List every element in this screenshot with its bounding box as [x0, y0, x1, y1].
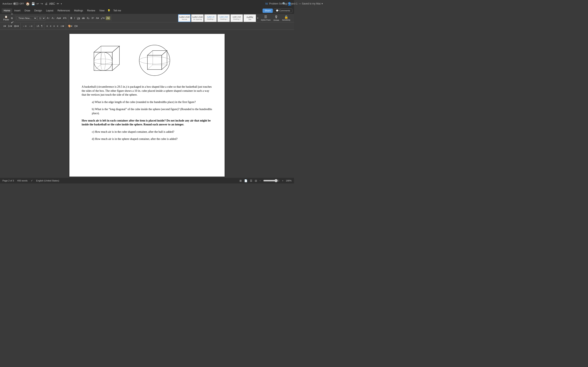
comments-button[interactable]: 💬 Comments	[274, 8, 292, 13]
zoom-out-icon[interactable]: −	[259, 179, 261, 182]
question-d: d) How much air is in the sphere shaped …	[82, 137, 212, 141]
pencil-icon[interactable]: ✏	[57, 2, 59, 5]
increase-font-button[interactable]: A↑	[46, 16, 51, 20]
tab-layout[interactable]: Layout	[44, 8, 55, 13]
copy-icon: ⧉	[11, 17, 13, 20]
tab-review[interactable]: Review	[85, 8, 97, 13]
dropdown-icon[interactable]: ▾	[61, 3, 62, 5]
figure-2-svg	[137, 42, 173, 79]
page-status: Page 2 of 3	[2, 179, 14, 182]
copy-button[interactable]: ⧉	[10, 16, 14, 20]
figures-row	[82, 42, 212, 79]
font-size-select[interactable]: 12	[37, 16, 45, 20]
pilcrow-button[interactable]: ¶	[40, 24, 43, 28]
svg-line-18	[147, 65, 153, 69]
bold-section: How much air is left in each container a…	[82, 119, 212, 127]
zoom-in-icon[interactable]: +	[282, 179, 283, 182]
align-left-button[interactable]: ≡	[45, 24, 49, 28]
zoom-level: 188%	[286, 179, 292, 182]
cut-icon: ✂	[11, 13, 13, 16]
underline-button[interactable]: U▾	[76, 16, 81, 20]
floppy-icon[interactable]: 💾	[31, 2, 35, 5]
tab-tellme[interactable]: Tell me	[111, 8, 123, 13]
view-icon[interactable]: 📄	[244, 179, 247, 182]
dictate-button[interactable]: 🎙 Dictate	[272, 14, 280, 22]
svg-marker-1	[112, 46, 120, 71]
lightbulb-icon: 💡	[107, 9, 111, 12]
sort-group: ↕A ¶	[35, 23, 44, 29]
tab-mailings[interactable]: Mailings	[72, 8, 85, 13]
status-bar: Page 2 of 3 493 words ✓ English (United …	[0, 178, 294, 184]
focus-icon[interactable]: ⊞	[240, 179, 242, 182]
align-center-button[interactable]: ≡	[49, 24, 52, 28]
svg-marker-12	[147, 55, 162, 69]
zoom-slider[interactable]	[263, 179, 279, 182]
style-heading2[interactable]: AaBbCcDdE Heading 2	[217, 14, 230, 22]
styles-more-button[interactable]: ▾	[256, 17, 259, 20]
decrease-font-button[interactable]: A↓	[51, 16, 55, 20]
layout-icon[interactable]: ☰	[250, 179, 252, 182]
question-b: b) What is the “long diagonal” of the cu…	[82, 107, 212, 115]
word-count: 493 words	[17, 179, 27, 182]
style-no-spacing[interactable]: AaBbCcDdE No Spacing	[191, 14, 204, 22]
styles-pane-button[interactable]: ☰ Styles Pane	[259, 14, 272, 22]
style-heading4[interactable]: AaBbCcDdE Heading 4	[230, 14, 243, 22]
number-list-button[interactable]: 1≡▾	[7, 24, 13, 28]
title-bar-left: AutoSave OFF 🏠 💾 ↩ ↪ 🖨 ABC ✏ ▾	[2, 2, 62, 6]
undo-icon[interactable]: ↩	[36, 2, 39, 5]
multilevel-list-button[interactable]: ⊞≡▾	[13, 24, 20, 28]
paste-button[interactable]: 📋 Paste	[2, 15, 10, 21]
sort-button[interactable]: ↕A	[35, 24, 40, 28]
print-icon[interactable]: 🖨	[45, 2, 48, 5]
ribbon-tab-actions: Share 💬 Comments	[263, 8, 292, 13]
align-right-button[interactable]: ≡	[52, 24, 56, 28]
font-family-select[interactable]: Times New...	[17, 16, 37, 20]
spellcheck-icon[interactable]: ABC	[49, 2, 55, 5]
line-spacing-button[interactable]: ↕≡▾	[60, 24, 65, 28]
justify-button[interactable]: ≡	[56, 24, 59, 28]
toolbar-row-1: 📋 Paste ✂ ⧉ 🖌 Times New... 12 A↑ A↓ Aa▾ …	[0, 14, 294, 22]
svg-point-8	[94, 59, 112, 64]
style-normal[interactable]: AaBbCcDdE Normal	[178, 14, 191, 22]
sensitivity-button[interactable]: 🔒 Sensitivity	[281, 14, 292, 22]
microphone-icon: 🎙	[274, 15, 278, 19]
style-title[interactable]: AaBb( Title	[243, 14, 256, 22]
proofing-icon[interactable]: ✓	[31, 179, 33, 182]
tab-references[interactable]: References	[55, 8, 72, 13]
sensitivity-icon: 🔒	[284, 15, 288, 19]
share-button[interactable]: Share	[263, 8, 273, 13]
tab-view[interactable]: View	[97, 8, 107, 13]
subscript-button[interactable]: X₂	[86, 16, 90, 20]
font-group: Times New... 12 A↑ A↓ Aa▾ ✗A	[16, 15, 68, 21]
font-color-button[interactable]: A▾	[95, 16, 100, 20]
shading-button[interactable]: A▾	[106, 16, 110, 20]
bullet-list-button[interactable]: ≡▾	[2, 24, 7, 28]
bold-button[interactable]: B	[70, 16, 73, 20]
question-c: c) How much air is in the cube shaped co…	[82, 130, 212, 134]
clipboard-group: 📋 Paste ✂ ⧉ 🖌	[2, 15, 15, 21]
shading-fill-button[interactable]: 🎨▾	[67, 24, 73, 28]
increase-indent-button[interactable]: →≡	[28, 24, 33, 28]
strikethrough-button[interactable]: ab	[81, 16, 86, 20]
change-case-button[interactable]: Aa▾	[56, 16, 62, 20]
svg-point-11	[139, 57, 170, 64]
home-icon[interactable]: 🏠	[26, 2, 30, 6]
list-view-icon[interactable]: ⊟	[255, 179, 257, 182]
clear-formatting-button[interactable]: ✗A	[62, 16, 67, 20]
autosave-toggle[interactable]	[13, 2, 19, 5]
highlight-button[interactable]: 🖊▾	[100, 16, 105, 20]
svg-marker-2	[94, 46, 120, 52]
styles-pane-icon: ☰	[264, 15, 267, 19]
italic-button[interactable]: I	[73, 16, 76, 20]
paste-icon: 📋	[5, 16, 8, 18]
svg-point-10	[139, 45, 170, 76]
redo-icon[interactable]: ↪	[41, 2, 43, 5]
tab-draw[interactable]: Draw	[22, 8, 32, 13]
cut-button[interactable]: ✂	[10, 12, 14, 16]
borders-button[interactable]: ⊡▾	[73, 24, 78, 28]
superscript-button[interactable]: X²	[91, 16, 95, 20]
style-heading1[interactable]: AaBbCcD Heading 1	[204, 14, 217, 22]
tab-design[interactable]: Design	[32, 8, 44, 13]
svg-point-7	[94, 52, 112, 71]
decrease-indent-button[interactable]: ←≡	[22, 24, 27, 28]
